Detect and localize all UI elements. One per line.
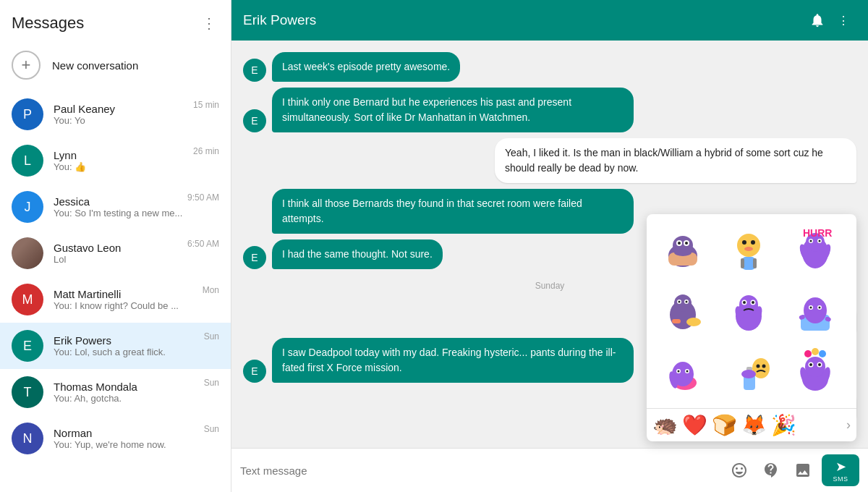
sticker-item[interactable] (652, 220, 713, 281)
svg-rect-30 (672, 319, 681, 323)
sticker-bar-next-icon[interactable]: › (846, 417, 851, 433)
sticker-item[interactable] (785, 342, 846, 402)
sticker-item[interactable] (718, 342, 779, 402)
conversation-item-thomas[interactable]: T Thomas Mondala You: Ah, gotcha. Sun (0, 369, 231, 415)
sticker-bottom-bar: 🦔 ❤️ 🍞 🦊 🎉 › (647, 408, 856, 441)
plus-icon: + (12, 51, 41, 80)
conversation-item-gustavo[interactable]: Gustavo Leon Lol 6:50 AM (0, 230, 231, 276)
conversation-time: 15 min (193, 100, 219, 110)
sticker-bar-item[interactable]: 🦔 (652, 413, 678, 437)
conversation-time: 26 min (193, 146, 219, 156)
emoji-button[interactable] (726, 457, 752, 483)
sticker-item[interactable] (652, 281, 713, 342)
conversation-name: Norman (54, 427, 219, 439)
new-conversation-label: New conversation (52, 59, 138, 72)
menu-dots-icon: ⋮ (202, 14, 217, 32)
conversation-name: Thomas Mondala (54, 381, 219, 393)
svg-point-7 (674, 249, 692, 256)
conversation-time: Sun (204, 331, 219, 342)
sticker-bar-item[interactable]: 🦊 (741, 413, 767, 437)
avatar: E (12, 330, 43, 362)
conversation-time: Sun (204, 378, 219, 388)
conversation-time: Mon (203, 285, 219, 295)
svg-point-68 (812, 348, 819, 355)
conversation-item-lynn[interactable]: L Lynn You: 👍 26 min (0, 137, 231, 184)
image-button[interactable] (790, 457, 816, 483)
svg-point-52 (678, 370, 680, 373)
sticker-item[interactable] (718, 220, 779, 281)
message-bubble: Yeah, I liked it. Is the man in black/Wi… (495, 138, 856, 183)
chat-input-bar: ➤ SMS (231, 448, 868, 492)
svg-point-45 (818, 307, 820, 309)
conversation-item-erik[interactable]: E Erik Powers You: Lol, such a great fli… (0, 323, 231, 369)
svg-point-36 (743, 301, 746, 304)
sticker-grid: HURR (647, 214, 856, 408)
svg-rect-13 (741, 258, 744, 268)
sticker-item[interactable]: HURR (785, 220, 846, 281)
avatar: N (12, 423, 43, 454)
conversation-time: 9:50 AM (187, 192, 219, 203)
sticker-bar-item[interactable]: 🍞 (712, 413, 737, 437)
message-bubble: I think only one Bernard but he experien… (272, 88, 634, 132)
sidebar: Messages ⋮ + New conversation P Paul Kea… (0, 0, 231, 492)
conversation-info: Norman You: Yup, we're home now. (54, 427, 219, 450)
conversation-info: Thomas Mondala You: Ah, gotcha. (54, 381, 219, 404)
avatar: E (243, 360, 266, 383)
conversation-preview: You: Yup, we're home now. (54, 439, 219, 450)
conversation-preview: You: 👍 (54, 161, 219, 172)
svg-point-25 (674, 294, 692, 312)
conversation-preview: Lol (54, 254, 219, 265)
notification-icon[interactable] (804, 7, 830, 33)
sticker-item[interactable] (785, 281, 846, 342)
svg-point-29 (686, 301, 688, 303)
send-button[interactable]: ➤ SMS (822, 454, 859, 486)
three-dots-icon: ⋮ (838, 14, 849, 27)
conversation-time: 6:50 AM (187, 239, 219, 249)
conversation-item-matt[interactable]: M Matt Martinelli You: I know right? Cou… (0, 276, 231, 323)
avatar: E (243, 246, 266, 269)
svg-text:HURR: HURR (803, 227, 832, 239)
svg-point-10 (751, 240, 755, 245)
conversation-info: Matt Martinelli You: I know right? Could… (54, 288, 219, 311)
svg-point-65 (809, 363, 812, 366)
conversation-preview: You: So I'm testing a new me... (54, 208, 219, 219)
conversation-preview: You: I know right? Could be ... (54, 300, 219, 311)
avatar: E (243, 109, 266, 132)
avatar (12, 237, 43, 269)
svg-point-5 (685, 242, 688, 245)
svg-point-53 (686, 370, 689, 373)
message-bubble: I had the same thought. Not sure. (272, 239, 443, 269)
sticker-item[interactable] (652, 342, 713, 402)
sidebar-header: Messages ⋮ (0, 0, 231, 42)
message-row: Yeah, I liked it. Is the man in black/Wi… (243, 138, 856, 183)
svg-point-19 (809, 240, 812, 242)
svg-point-28 (678, 301, 681, 303)
svg-point-59 (762, 365, 766, 368)
chat-header: Erik Powers ⋮ (231, 0, 868, 41)
sticker-bar-item[interactable]: 🎉 (771, 413, 796, 437)
message-bubble: Last week's episode pretty awesome. (272, 52, 460, 82)
avatar: L (12, 145, 43, 177)
conversation-item-jessica[interactable]: J Jessica You: So I'm testing a new me..… (0, 184, 231, 230)
chat-contact-name: Erik Powers (243, 12, 804, 28)
conversation-info: Erik Powers You: Lol, such a great flick… (54, 334, 219, 357)
new-conversation-button[interactable]: + New conversation (0, 42, 231, 91)
conversation-item-paul[interactable]: P Paul Keaney You: Yo 15 min (0, 91, 231, 137)
svg-point-41 (804, 297, 827, 323)
sidebar-menu-button[interactable]: ⋮ (199, 13, 219, 33)
message-row: E Last week's episode pretty awesome. (243, 52, 856, 82)
conversation-list: P Paul Keaney You: Yo 15 min L Lynn You:… (0, 91, 231, 492)
svg-point-58 (757, 365, 760, 368)
avatar: P (12, 98, 43, 130)
conversation-item-norman[interactable]: N Norman You: Yup, we're home now. Sun (0, 415, 231, 462)
conversation-name: Erik Powers (54, 334, 219, 347)
message-bubble: I saw Deadpool today with my dad. Freaki… (272, 338, 634, 383)
message-row: E I think only one Bernard but he experi… (243, 88, 856, 132)
message-input[interactable] (240, 460, 720, 481)
sticker-item[interactable] (718, 281, 779, 342)
svg-point-69 (819, 350, 826, 357)
chat-menu-icon[interactable]: ⋮ (830, 7, 856, 33)
sticker-bar-item[interactable]: ❤️ (682, 413, 707, 437)
sticker-button[interactable] (758, 457, 784, 483)
conversation-time: Sun (204, 424, 219, 434)
